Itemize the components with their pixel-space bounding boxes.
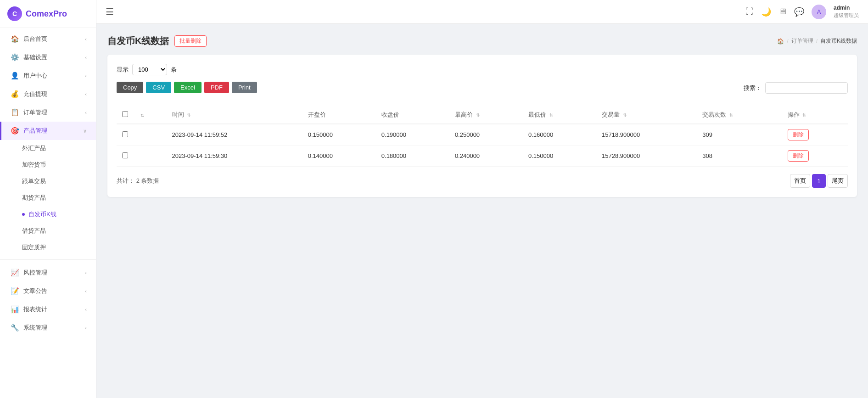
chat-icon[interactable]: 💬: [794, 7, 804, 17]
order-icon: 📋: [11, 108, 19, 117]
page-title: 自发币K线数据: [107, 35, 169, 47]
breadcrumb-sep2: /: [816, 38, 818, 45]
row-time-1: 2023-09-14 11:59:30: [167, 146, 302, 167]
sidebar-sub-crypto-label: 加密货币: [22, 161, 46, 169]
header-action-label: 操作: [788, 111, 800, 118]
money-icon: 💰: [11, 90, 19, 98]
sidebar-sub-forex-label: 外汇产品: [22, 144, 46, 152]
table-row: 2023-09-14 11:59:52 0.150000 0.190000 0.…: [117, 124, 848, 146]
topbar: ☰ ⛶ 🌙 🖥 💬 A admin 超级管理员: [96, 0, 868, 24]
monitor-icon[interactable]: 🖥: [778, 7, 787, 17]
sidebar-sub-spot-label: 跟单交易: [22, 177, 46, 185]
system-arrow-icon: ‹: [85, 325, 87, 331]
sidebar-item-order-mgmt-label: 订单管理: [23, 108, 80, 117]
sidebar-sub-kline-label: 自发币K线: [28, 210, 56, 219]
avatar[interactable]: A: [812, 5, 826, 19]
breadcrumb-home-icon[interactable]: 🏠: [777, 38, 784, 45]
show-label: 显示: [117, 66, 129, 74]
header-close-price-label: 收盘价: [381, 111, 399, 118]
sidebar-item-report-label: 报表统计: [23, 305, 80, 314]
select-all-checkbox[interactable]: [122, 111, 128, 117]
header-volume[interactable]: 交易量 ⇅: [596, 106, 697, 124]
sidebar-item-recharge-label: 充值提现: [23, 90, 80, 98]
index-sort-icon: ⇅: [140, 113, 144, 118]
sidebar-sub-kline[interactable]: 自发币K线: [0, 206, 96, 223]
row-action-0: 删除: [782, 124, 848, 146]
copy-button[interactable]: Copy: [117, 82, 143, 93]
row-volume-1: 15728.900000: [596, 146, 697, 167]
last-page-button[interactable]: 尾页: [828, 174, 848, 188]
total-unit: 条数据: [141, 177, 159, 184]
row-checkbox-1[interactable]: [122, 152, 128, 158]
home-icon: 🏠: [11, 35, 19, 43]
sidebar-sub-pledge[interactable]: 固定质押: [0, 239, 96, 256]
csv-button[interactable]: CSV: [146, 82, 171, 93]
data-table: ⇅ 时间 ⇅ 开盘价 收盘价 最高价: [117, 106, 848, 167]
theme-icon[interactable]: 🌙: [761, 7, 771, 17]
sidebar-sub-crypto[interactable]: 加密货币: [0, 157, 96, 173]
sidebar-item-system[interactable]: 🔧 系统管理 ‹: [0, 319, 96, 337]
search-label: 搜索：: [744, 84, 762, 92]
hamburger-icon[interactable]: ☰: [106, 6, 114, 17]
sidebar-item-recharge[interactable]: 💰 充值提现 ‹: [0, 85, 96, 103]
row-high-price-1: 0.240000: [449, 146, 523, 167]
sidebar-sub-forex[interactable]: 外汇产品: [0, 140, 96, 157]
sidebar-bottom-nav: 📈 风控管理 ‹ 📝 文章公告 ‹ 📊 报表统计 ‹ 🔧 系统管理 ‹: [0, 262, 96, 339]
sidebar-item-product-mgmt-label: 产品管理: [23, 127, 78, 135]
batch-delete-button[interactable]: 批量删除: [174, 35, 207, 47]
row-time-0: 2023-09-14 11:59:52: [167, 124, 302, 146]
breadcrumb-order-mgmt[interactable]: 订单管理: [791, 37, 813, 45]
row-checkbox-0[interactable]: [122, 131, 128, 137]
delete-button-1[interactable]: 删除: [788, 150, 809, 162]
pdf-button[interactable]: PDF: [204, 82, 229, 93]
page-1-button[interactable]: 1: [812, 174, 826, 188]
row-volume-0: 15718.900000: [596, 124, 697, 146]
sidebar-item-risk[interactable]: 📈 风控管理 ‹: [0, 263, 96, 282]
risk-icon: 📈: [11, 269, 19, 277]
row-low-price-1: 0.150000: [523, 146, 596, 167]
sidebar-sub-futures[interactable]: 期货产品: [0, 190, 96, 206]
header-time-label: 时间: [172, 111, 184, 118]
row-action-1: 删除: [782, 146, 848, 167]
sidebar-sub-spot[interactable]: 跟单交易: [0, 173, 96, 190]
table-row: 2023-09-14 11:59:30 0.140000 0.180000 0.…: [117, 146, 848, 167]
sidebar-sub-loan[interactable]: 借贷产品: [0, 223, 96, 239]
search-row: 搜索：: [744, 82, 848, 94]
print-button[interactable]: Print: [232, 82, 257, 93]
sidebar-sub-loan-label: 借贷产品: [22, 227, 46, 235]
header-open-price-label: 开盘价: [308, 111, 326, 118]
header-trade-count-label: 交易次数: [702, 111, 726, 118]
header-trade-count[interactable]: 交易次数 ⇅: [697, 106, 782, 124]
product-icon: 🎯: [11, 127, 19, 135]
header-index[interactable]: ⇅: [134, 106, 167, 124]
sidebar-item-user-center[interactable]: 👤 用户中心 ‹: [0, 67, 96, 85]
search-input[interactable]: [765, 82, 848, 94]
sidebar-item-order-mgmt[interactable]: 📋 订单管理 ‹: [0, 103, 96, 122]
header-action[interactable]: 操作 ⇅: [782, 106, 848, 124]
header-high-price[interactable]: 最高价 ⇅: [449, 106, 523, 124]
row-checkbox-cell: [117, 124, 134, 146]
header-time[interactable]: 时间 ⇅: [167, 106, 302, 124]
sidebar-item-home[interactable]: 🏠 后台首页 ‹: [0, 30, 96, 48]
row-high-price-0: 0.250000: [449, 124, 523, 146]
sidebar-sub-pledge-label: 固定质押: [22, 243, 46, 252]
header-low-price[interactable]: 最低价 ⇅: [523, 106, 596, 124]
page-header: 自发币K线数据 批量删除 🏠 / 订单管理 / 自发币K线数据: [107, 35, 857, 47]
per-page-select[interactable]: 10 25 50 100: [132, 64, 167, 75]
first-page-button[interactable]: 首页: [790, 174, 810, 188]
sidebar-item-basic-settings[interactable]: ⚙️ 基础设置 ‹: [0, 48, 96, 67]
excel-button[interactable]: Excel: [174, 82, 202, 93]
table-head: ⇅ 时间 ⇅ 开盘价 收盘价 最高价: [117, 106, 848, 124]
sidebar-item-article[interactable]: 📝 文章公告 ‹: [0, 282, 96, 300]
sidebar-sub-futures-label: 期货产品: [22, 194, 46, 202]
settings-icon: ⚙️: [11, 53, 19, 62]
delete-button-0[interactable]: 删除: [788, 129, 809, 140]
home-arrow-icon: ‹: [85, 36, 87, 42]
row-low-price-0: 0.160000: [523, 124, 596, 146]
high-price-sort-icon: ⇅: [476, 112, 480, 118]
sidebar-item-report[interactable]: 📊 报表统计 ‹: [0, 300, 96, 319]
table-footer: 共计： 2 条数据 首页 1 尾页: [117, 174, 848, 188]
page-title-row: 自发币K线数据 批量删除: [107, 35, 207, 47]
sidebar-item-product-mgmt[interactable]: 🎯 产品管理 ∨: [0, 122, 96, 140]
fullscreen-icon[interactable]: ⛶: [745, 7, 754, 17]
